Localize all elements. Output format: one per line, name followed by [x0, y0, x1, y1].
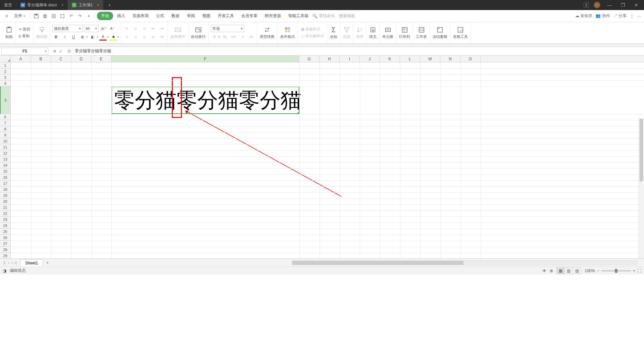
cell-style-button[interactable]: ▢单元格样式 [300, 33, 325, 39]
row-header-1[interactable]: 1 [0, 62, 10, 68]
row-header-29[interactable]: 29 [0, 253, 10, 258]
row-header-27[interactable]: 27 [0, 241, 10, 247]
tab-devtools[interactable]: 开发工具 [214, 11, 237, 21]
fullscreen-icon[interactable]: ⛶ [637, 268, 641, 273]
tab-review[interactable]: 审阅 [184, 11, 198, 21]
orientation-icon[interactable]: ⟲ [158, 33, 165, 41]
table-tools-button[interactable]: 表格工具 [450, 22, 471, 43]
col-header-i[interactable]: I [340, 56, 360, 62]
bold-button[interactable]: B [52, 33, 60, 41]
row-header-6[interactable]: 6 [0, 114, 10, 120]
row-header-17[interactable]: 17 [0, 180, 10, 186]
row-header-7[interactable]: 7 [0, 120, 10, 126]
row-header-19[interactable]: 19 [0, 192, 10, 198]
cut-button[interactable]: ✂剪切 [18, 26, 31, 32]
type-convert-button[interactable]: 类型转换 [257, 22, 278, 43]
sum-button[interactable]: Σ求和 [327, 22, 340, 43]
tab-formula[interactable]: 公式 [153, 11, 167, 21]
tab-pagelayout[interactable]: 页面布局 [129, 11, 152, 21]
font-name-select[interactable]: 微软雅黑▾ [52, 25, 83, 32]
tab-docer[interactable]: 稻壳资源 [261, 11, 284, 21]
cells-area[interactable]: 零分猫零分猫零分猫 [11, 62, 644, 258]
col-header-n[interactable]: N [440, 56, 460, 62]
copy-button[interactable]: ⎘复制 [18, 33, 31, 39]
align-center-icon[interactable]: ≡ [132, 33, 139, 41]
sheet-last-icon[interactable]: ›| [14, 260, 17, 265]
undo-icon[interactable]: ↶ [67, 12, 75, 20]
pagelayout-view-icon[interactable]: ▥ [565, 268, 573, 274]
row-header-22[interactable]: 22 [0, 210, 10, 217]
row-header-10[interactable]: 10 [0, 138, 10, 144]
focus-icon[interactable]: ⊕ [550, 268, 553, 273]
normal-view-icon[interactable]: ▦ [557, 268, 565, 274]
name-box[interactable]: F5▾ [1, 48, 48, 55]
align-middle-icon[interactable]: ≡ [132, 25, 139, 32]
col-header-a[interactable]: A [11, 56, 31, 62]
tab-doc[interactable]: W 零分猫脚本.docx • [16, 0, 68, 10]
cond-format-button[interactable]: 条件格式 [278, 22, 298, 43]
col-header-o[interactable]: O [460, 56, 481, 62]
more-icon[interactable]: ⋮ [630, 14, 634, 18]
row-header-14[interactable]: 14 [0, 162, 10, 168]
confirm-edit-icon[interactable]: ✓ [59, 49, 62, 54]
paste-button[interactable]: 粘贴 [3, 22, 16, 43]
col-header-d[interactable]: D [71, 56, 91, 62]
row-header-21[interactable]: 21 [0, 204, 10, 210]
row-header-20[interactable]: 20 [0, 198, 10, 204]
col-header-b[interactable]: B [31, 56, 51, 62]
fill-button[interactable]: 填充 [366, 22, 380, 43]
decrease-font-icon[interactable]: A⁻ [109, 25, 116, 32]
row-header-12[interactable]: 12 [0, 150, 10, 156]
row-header-5[interactable]: 5 [0, 86, 10, 114]
row-header-8[interactable]: 8 [0, 126, 10, 132]
spreadsheet-grid[interactable]: ABCDEFGHIJKLMNO 123456789101112131415161… [0, 56, 644, 258]
zoom-slider-thumb[interactable] [615, 269, 617, 273]
italic-button[interactable]: I [61, 33, 68, 41]
table-style-button[interactable]: ▦表格样式 [300, 26, 325, 32]
add-sheet-button[interactable]: + [43, 260, 52, 265]
tab-member[interactable]: 会员专享 [238, 11, 261, 21]
row-header-11[interactable]: 11 [0, 144, 10, 150]
tab-start[interactable]: 开始 [97, 12, 113, 20]
unsaved-button[interactable]: ☁ 未保存 [575, 13, 592, 19]
percent-button[interactable]: % [221, 33, 229, 41]
merge-center-button[interactable]: 合并居中 [168, 22, 188, 43]
align-top-icon[interactable]: ≡ [123, 25, 131, 32]
font-color-button[interactable]: A▾ [99, 33, 108, 41]
sheet-prev-icon[interactable]: ‹ [8, 260, 9, 265]
highlight-button[interactable]: ◆▾ [110, 33, 119, 41]
row-header-23[interactable]: 23 [0, 217, 10, 223]
zoom-out-button[interactable]: − [597, 268, 599, 273]
increase-decimal-icon[interactable]: .0 [239, 33, 246, 41]
export-icon[interactable] [58, 12, 66, 20]
freeze-button[interactable]: 冻结窗格 [430, 22, 450, 43]
sort-button[interactable]: 排序 [353, 22, 366, 43]
col-header-m[interactable]: M [420, 56, 440, 62]
vscroll-thumb[interactable] [640, 119, 643, 181]
worksheet-button[interactable]: 工作表 [413, 22, 430, 43]
tab-view[interactable]: 视图 [199, 11, 214, 21]
coop-button[interactable]: 👥 协作 [596, 13, 610, 19]
record-macro-icon[interactable]: ◨ [3, 268, 6, 273]
align-justify-icon[interactable]: ≡ [149, 33, 157, 41]
formula-input[interactable]: 零分猫零分猫零分猫 [73, 48, 644, 54]
row-header-9[interactable]: 9 [0, 132, 10, 138]
maximize-button[interactable]: ❐ [618, 1, 627, 9]
tab-insert[interactable]: 插入 [114, 11, 129, 21]
row-header-16[interactable]: 16 [0, 174, 10, 180]
close-button[interactable]: ✕ [632, 1, 641, 9]
row-header-3[interactable]: 3 [0, 74, 10, 80]
align-bottom-icon[interactable]: ≡ [141, 25, 148, 32]
cancel-edit-icon[interactable]: ✕ [53, 49, 56, 54]
currency-button[interactable]: ¥▾ [211, 33, 220, 41]
underline-button[interactable]: U [70, 33, 77, 41]
cell-button[interactable]: 单元格 [380, 22, 396, 43]
zoom-in-button[interactable]: + [633, 268, 635, 273]
col-header-h[interactable]: H [319, 56, 340, 62]
row-header-15[interactable]: 15 [0, 168, 10, 174]
indent-decrease-icon[interactable]: ⇤ [149, 25, 157, 32]
minimize-button[interactable]: — [605, 1, 614, 9]
search-box[interactable]: 🔍 查找命令、搜索模板 [312, 13, 355, 19]
new-tab-button[interactable]: + [103, 2, 115, 8]
row-header-26[interactable]: 26 [0, 235, 10, 241]
